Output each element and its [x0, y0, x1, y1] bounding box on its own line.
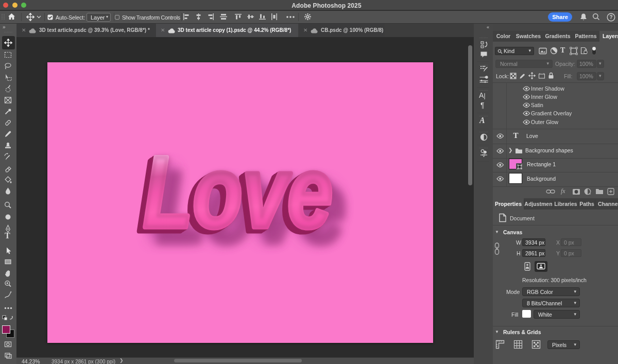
svg-text:?: ? [609, 14, 612, 20]
